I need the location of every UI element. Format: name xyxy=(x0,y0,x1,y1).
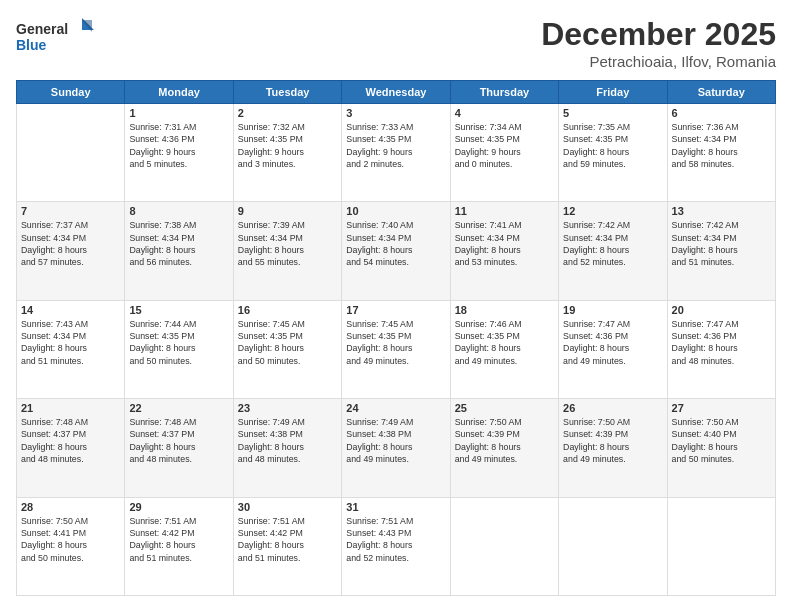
day-number: 13 xyxy=(672,205,771,217)
logo: General Blue xyxy=(16,16,96,58)
calendar-cell xyxy=(559,497,667,595)
day-header-saturday: Saturday xyxy=(667,81,775,104)
day-info: Sunrise: 7:49 AMSunset: 4:38 PMDaylight:… xyxy=(238,416,337,465)
day-info: Sunrise: 7:31 AMSunset: 4:36 PMDaylight:… xyxy=(129,121,228,170)
title-block: December 2025 Petrachioaia, Ilfov, Roman… xyxy=(541,16,776,70)
day-number: 30 xyxy=(238,501,337,513)
calendar-cell: 30Sunrise: 7:51 AMSunset: 4:42 PMDayligh… xyxy=(233,497,341,595)
calendar-cell: 19Sunrise: 7:47 AMSunset: 4:36 PMDayligh… xyxy=(559,300,667,398)
calendar-cell: 29Sunrise: 7:51 AMSunset: 4:42 PMDayligh… xyxy=(125,497,233,595)
day-info: Sunrise: 7:35 AMSunset: 4:35 PMDaylight:… xyxy=(563,121,662,170)
day-info: Sunrise: 7:50 AMSunset: 4:40 PMDaylight:… xyxy=(672,416,771,465)
calendar-cell: 28Sunrise: 7:50 AMSunset: 4:41 PMDayligh… xyxy=(17,497,125,595)
day-info: Sunrise: 7:50 AMSunset: 4:39 PMDaylight:… xyxy=(455,416,554,465)
day-number: 8 xyxy=(129,205,228,217)
calendar-cell: 5Sunrise: 7:35 AMSunset: 4:35 PMDaylight… xyxy=(559,104,667,202)
day-info: Sunrise: 7:45 AMSunset: 4:35 PMDaylight:… xyxy=(238,318,337,367)
day-info: Sunrise: 7:43 AMSunset: 4:34 PMDaylight:… xyxy=(21,318,120,367)
day-info: Sunrise: 7:34 AMSunset: 4:35 PMDaylight:… xyxy=(455,121,554,170)
day-info: Sunrise: 7:33 AMSunset: 4:35 PMDaylight:… xyxy=(346,121,445,170)
calendar-cell: 25Sunrise: 7:50 AMSunset: 4:39 PMDayligh… xyxy=(450,399,558,497)
page: General Blue December 2025 Petrachioaia,… xyxy=(0,0,792,612)
day-number: 14 xyxy=(21,304,120,316)
calendar-cell: 7Sunrise: 7:37 AMSunset: 4:34 PMDaylight… xyxy=(17,202,125,300)
day-number: 27 xyxy=(672,402,771,414)
day-header-thursday: Thursday xyxy=(450,81,558,104)
calendar-cell: 4Sunrise: 7:34 AMSunset: 4:35 PMDaylight… xyxy=(450,104,558,202)
day-info: Sunrise: 7:41 AMSunset: 4:34 PMDaylight:… xyxy=(455,219,554,268)
day-info: Sunrise: 7:32 AMSunset: 4:35 PMDaylight:… xyxy=(238,121,337,170)
day-number: 31 xyxy=(346,501,445,513)
day-info: Sunrise: 7:49 AMSunset: 4:38 PMDaylight:… xyxy=(346,416,445,465)
day-info: Sunrise: 7:46 AMSunset: 4:35 PMDaylight:… xyxy=(455,318,554,367)
calendar-cell: 8Sunrise: 7:38 AMSunset: 4:34 PMDaylight… xyxy=(125,202,233,300)
day-info: Sunrise: 7:48 AMSunset: 4:37 PMDaylight:… xyxy=(129,416,228,465)
day-number: 23 xyxy=(238,402,337,414)
day-number: 29 xyxy=(129,501,228,513)
day-number: 26 xyxy=(563,402,662,414)
day-number: 9 xyxy=(238,205,337,217)
day-info: Sunrise: 7:47 AMSunset: 4:36 PMDaylight:… xyxy=(672,318,771,367)
day-number: 21 xyxy=(21,402,120,414)
day-info: Sunrise: 7:50 AMSunset: 4:41 PMDaylight:… xyxy=(21,515,120,564)
day-header-wednesday: Wednesday xyxy=(342,81,450,104)
week-row-4: 21Sunrise: 7:48 AMSunset: 4:37 PMDayligh… xyxy=(17,399,776,497)
day-info: Sunrise: 7:42 AMSunset: 4:34 PMDaylight:… xyxy=(672,219,771,268)
calendar-cell: 16Sunrise: 7:45 AMSunset: 4:35 PMDayligh… xyxy=(233,300,341,398)
day-number: 12 xyxy=(563,205,662,217)
calendar-cell: 2Sunrise: 7:32 AMSunset: 4:35 PMDaylight… xyxy=(233,104,341,202)
day-info: Sunrise: 7:37 AMSunset: 4:34 PMDaylight:… xyxy=(21,219,120,268)
day-number: 22 xyxy=(129,402,228,414)
calendar-cell: 13Sunrise: 7:42 AMSunset: 4:34 PMDayligh… xyxy=(667,202,775,300)
day-number: 4 xyxy=(455,107,554,119)
calendar-cell: 11Sunrise: 7:41 AMSunset: 4:34 PMDayligh… xyxy=(450,202,558,300)
day-header-tuesday: Tuesday xyxy=(233,81,341,104)
day-header-friday: Friday xyxy=(559,81,667,104)
day-number: 10 xyxy=(346,205,445,217)
day-number: 7 xyxy=(21,205,120,217)
week-row-2: 7Sunrise: 7:37 AMSunset: 4:34 PMDaylight… xyxy=(17,202,776,300)
calendar-cell: 26Sunrise: 7:50 AMSunset: 4:39 PMDayligh… xyxy=(559,399,667,497)
day-number: 5 xyxy=(563,107,662,119)
calendar-cell: 31Sunrise: 7:51 AMSunset: 4:43 PMDayligh… xyxy=(342,497,450,595)
calendar-cell: 17Sunrise: 7:45 AMSunset: 4:35 PMDayligh… xyxy=(342,300,450,398)
day-number: 25 xyxy=(455,402,554,414)
calendar-cell: 9Sunrise: 7:39 AMSunset: 4:34 PMDaylight… xyxy=(233,202,341,300)
week-row-3: 14Sunrise: 7:43 AMSunset: 4:34 PMDayligh… xyxy=(17,300,776,398)
day-info: Sunrise: 7:38 AMSunset: 4:34 PMDaylight:… xyxy=(129,219,228,268)
calendar-cell xyxy=(17,104,125,202)
day-number: 18 xyxy=(455,304,554,316)
calendar-cell: 20Sunrise: 7:47 AMSunset: 4:36 PMDayligh… xyxy=(667,300,775,398)
calendar-table: SundayMondayTuesdayWednesdayThursdayFrid… xyxy=(16,80,776,596)
day-number: 2 xyxy=(238,107,337,119)
calendar-cell: 22Sunrise: 7:48 AMSunset: 4:37 PMDayligh… xyxy=(125,399,233,497)
svg-text:Blue: Blue xyxy=(16,37,47,53)
day-info: Sunrise: 7:50 AMSunset: 4:39 PMDaylight:… xyxy=(563,416,662,465)
calendar-cell: 1Sunrise: 7:31 AMSunset: 4:36 PMDaylight… xyxy=(125,104,233,202)
week-row-5: 28Sunrise: 7:50 AMSunset: 4:41 PMDayligh… xyxy=(17,497,776,595)
day-number: 11 xyxy=(455,205,554,217)
day-info: Sunrise: 7:48 AMSunset: 4:37 PMDaylight:… xyxy=(21,416,120,465)
logo-svg: General Blue xyxy=(16,16,96,58)
calendar-cell: 18Sunrise: 7:46 AMSunset: 4:35 PMDayligh… xyxy=(450,300,558,398)
day-info: Sunrise: 7:42 AMSunset: 4:34 PMDaylight:… xyxy=(563,219,662,268)
day-number: 15 xyxy=(129,304,228,316)
day-info: Sunrise: 7:51 AMSunset: 4:42 PMDaylight:… xyxy=(129,515,228,564)
calendar-cell: 6Sunrise: 7:36 AMSunset: 4:34 PMDaylight… xyxy=(667,104,775,202)
day-info: Sunrise: 7:39 AMSunset: 4:34 PMDaylight:… xyxy=(238,219,337,268)
day-number: 20 xyxy=(672,304,771,316)
day-header-sunday: Sunday xyxy=(17,81,125,104)
svg-text:General: General xyxy=(16,21,68,37)
calendar-cell: 15Sunrise: 7:44 AMSunset: 4:35 PMDayligh… xyxy=(125,300,233,398)
day-number: 1 xyxy=(129,107,228,119)
day-number: 16 xyxy=(238,304,337,316)
day-number: 6 xyxy=(672,107,771,119)
day-info: Sunrise: 7:47 AMSunset: 4:36 PMDaylight:… xyxy=(563,318,662,367)
day-info: Sunrise: 7:36 AMSunset: 4:34 PMDaylight:… xyxy=(672,121,771,170)
day-info: Sunrise: 7:51 AMSunset: 4:42 PMDaylight:… xyxy=(238,515,337,564)
calendar-cell: 21Sunrise: 7:48 AMSunset: 4:37 PMDayligh… xyxy=(17,399,125,497)
subtitle: Petrachioaia, Ilfov, Romania xyxy=(541,53,776,70)
calendar-cell: 14Sunrise: 7:43 AMSunset: 4:34 PMDayligh… xyxy=(17,300,125,398)
calendar-cell: 27Sunrise: 7:50 AMSunset: 4:40 PMDayligh… xyxy=(667,399,775,497)
week-row-1: 1Sunrise: 7:31 AMSunset: 4:36 PMDaylight… xyxy=(17,104,776,202)
